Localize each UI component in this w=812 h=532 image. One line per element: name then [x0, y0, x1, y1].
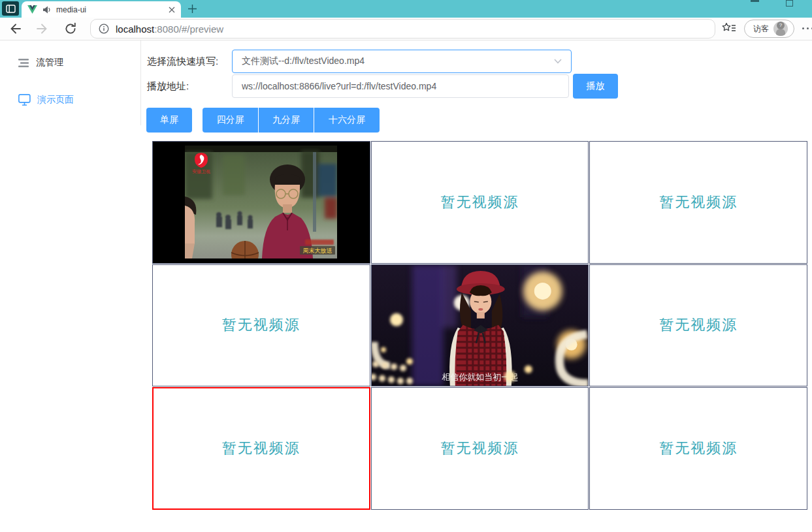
tab-audio-icon[interactable] — [42, 6, 51, 14]
select-stream-label: 选择流快速填写: — [147, 50, 218, 73]
vue-favicon — [27, 5, 37, 14]
singer — [449, 271, 512, 386]
video-cell-1-playing[interactable]: 安徽卫视 周末大放送 — [152, 141, 370, 264]
tab-close-icon[interactable] — [169, 7, 175, 13]
tv-drama-video-frame: 安徽卫视 周末大放送 — [185, 146, 337, 258]
video-grid: 安徽卫视 周末大放送 暂无视频源 暂无视频源 暂无视频源 — [152, 141, 807, 510]
nine-screen-button[interactable]: 九分屏 — [259, 108, 314, 133]
video-cell-4-empty[interactable]: 暂无视频源 — [152, 264, 370, 387]
url-host: localhost — [116, 23, 154, 35]
music-video-frame: 相信你就如当初一起 — [372, 265, 589, 386]
video-cell-8-empty[interactable]: 暂无视频源 — [371, 387, 589, 510]
stream-list-icon — [18, 58, 29, 68]
chevron-down-icon — [554, 59, 562, 64]
browser-tab-strip: media-ui — [0, 0, 812, 18]
sidebar-item-label: 流管理 — [36, 57, 63, 69]
new-tab-icon[interactable] — [187, 4, 197, 14]
browser-toolbar: localhost:8080/#/preview 访客 ? — [0, 18, 812, 40]
video-cell-5-playing[interactable]: 相信你就如当初一起 — [371, 264, 589, 387]
stream-select-value: 文件测试--d:/flv/testVideo.mp4 — [242, 55, 554, 67]
screen-layout-buttons: 单屏 四分屏 九分屏 十六分屏 — [146, 108, 380, 133]
sidebar-item-stream-management[interactable]: 流管理 — [18, 57, 63, 69]
play-address-label: 播放地址: — [147, 74, 189, 98]
video-cell-2-empty[interactable]: 暂无视频源 — [371, 141, 589, 264]
app-content: 流管理 演示页面 选择流快速填写: 文件测试--d:/flv/testVideo… — [0, 40, 812, 532]
no-video-text: 暂无视频源 — [659, 193, 738, 212]
back-icon[interactable] — [8, 22, 22, 35]
no-video-text: 暂无视频源 — [659, 439, 738, 458]
video-cell-9-empty[interactable]: 暂无视频源 — [589, 387, 807, 510]
window-minimize-icon[interactable] — [751, 0, 759, 2]
subtitle: 相信你就如当初一起 — [441, 370, 518, 382]
url-text: localhost:8080/#/preview — [116, 23, 223, 35]
play-button[interactable]: 播放 — [573, 74, 618, 99]
no-video-text: 暂无视频源 — [440, 439, 519, 458]
no-video-text: 暂无视频源 — [440, 193, 519, 212]
forward-icon[interactable] — [36, 22, 49, 35]
video-cell-6-empty[interactable]: 暂无视频源 — [589, 264, 807, 387]
play-address-input[interactable] — [232, 74, 569, 98]
quad-screen-button[interactable]: 四分屏 — [203, 108, 258, 133]
badge-text: 周末大放送 — [303, 247, 333, 254]
address-bar[interactable]: localhost:8080/#/preview — [90, 19, 715, 39]
profile-name: 访客 — [753, 23, 769, 35]
sidebar: 流管理 演示页面 — [0, 40, 141, 125]
browser-tab[interactable]: media-ui — [22, 1, 181, 18]
avatar: ? — [773, 22, 788, 36]
browser-app-icon[interactable] — [2, 1, 19, 16]
sidebar-item-demo-page[interactable]: 演示页面 — [18, 94, 74, 106]
favorites-icon[interactable] — [722, 22, 736, 35]
stream-select[interactable]: 文件测试--d:/flv/testVideo.mp4 — [232, 50, 572, 73]
url-path: :8080/#/preview — [154, 23, 223, 35]
no-video-text: 暂无视频源 — [659, 315, 738, 335]
sidebar-item-label: 演示页面 — [37, 94, 74, 106]
refresh-icon[interactable] — [64, 22, 77, 35]
video-cell-3-empty[interactable]: 暂无视频源 — [589, 141, 807, 264]
browser-menu-icon[interactable] — [802, 27, 812, 29]
workspace-icon — [6, 5, 16, 13]
video-cell-7-selected[interactable]: 暂无视频源 — [152, 387, 370, 510]
monitor-icon — [18, 94, 31, 106]
guest-question-icon: ? — [777, 22, 785, 29]
tv-logo-text: 安徽卫视 — [192, 169, 210, 174]
single-screen-button[interactable]: 单屏 — [146, 108, 192, 133]
window-maximize-icon[interactable] — [786, 0, 793, 7]
site-info-icon[interactable] — [99, 23, 109, 34]
sixteen-screen-button[interactable]: 十六分屏 — [314, 108, 380, 133]
program-badge: 周末大放送 — [300, 240, 335, 255]
browser-profile-button[interactable]: 访客 ? — [744, 20, 794, 38]
tab-title: media-ui — [56, 5, 163, 14]
no-video-text: 暂无视频源 — [222, 439, 300, 458]
no-video-text: 暂无视频源 — [222, 315, 300, 335]
